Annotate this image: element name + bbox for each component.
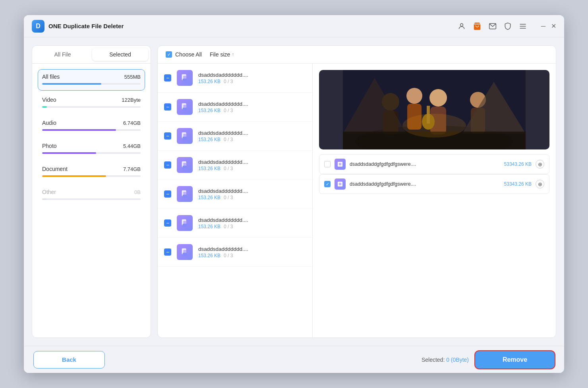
progress-bar-bg (42, 83, 141, 85)
remove-button[interactable]: Remove (475, 351, 555, 369)
file-count: 0 / 3 (224, 79, 233, 84)
file-count: 0 / 3 (224, 166, 233, 171)
file-name: dsaddsdaddddddd.... (198, 217, 306, 223)
file-count: 0 / 3 (224, 108, 233, 113)
dup-file-name: dsaddsdaddgfgdfgdfgswere.... (350, 181, 500, 187)
file-icon-wrapper (176, 243, 193, 261)
category-item-other[interactable]: Other 0B (38, 184, 145, 206)
minimize-button[interactable]: ─ (541, 23, 545, 30)
file-info: dsaddsdaddddddd.... 153.26 KB 0 / 3 (198, 101, 306, 113)
file-name: dsaddsdaddddddd.... (198, 188, 306, 194)
file-info: dsaddsdaddddddd.... 153.26 KB 0 / 3 (198, 72, 306, 84)
selected-info: Selected: 0 (0Byte) (422, 357, 469, 363)
progress-bar-bg (42, 106, 141, 108)
progress-bar-fill (42, 175, 106, 177)
minus-button[interactable] (164, 190, 171, 198)
progress-bar-fill (42, 198, 47, 200)
minus-button[interactable] (164, 74, 171, 81)
category-item-all-files[interactable]: All files 555MB (38, 69, 145, 91)
zoom-button[interactable]: ⊕ (536, 160, 544, 169)
file-count: 0 / 3 (224, 195, 233, 200)
file-icon-wrapper (176, 185, 193, 203)
back-button[interactable]: Back (33, 351, 105, 369)
dup-checkbox[interactable]: ✓ (324, 181, 331, 187)
category-size: 7.74GB (123, 166, 141, 172)
progress-bar-fill (42, 83, 101, 85)
file-icon (177, 99, 193, 115)
dup-file-size: 53343.26 KB (504, 161, 532, 167)
dup-checkbox[interactable] (324, 161, 331, 167)
tab-selected[interactable]: Selected (92, 48, 148, 61)
file-meta: 153.26 KB 0 / 3 (198, 253, 306, 258)
duplicate-item[interactable]: ✓ dsaddsdaddgfgdfgdfgswere.... 53343.26 … (319, 174, 549, 194)
svg-point-0 (460, 23, 463, 26)
file-icon (177, 128, 193, 144)
category-name: Other (42, 189, 56, 195)
file-size: 153.26 KB (198, 224, 220, 229)
file-size: 153.26 KB (198, 166, 220, 171)
category-name: Document (42, 166, 68, 172)
user-icon[interactable] (458, 22, 466, 30)
minus-button[interactable] (164, 219, 171, 227)
minus-button[interactable] (164, 161, 171, 169)
category-item-audio[interactable]: Audio 6.74GB (38, 115, 145, 137)
file-list-item[interactable]: dsaddsdaddddddd.... 153.26 KB 0 / 3 (158, 209, 312, 238)
file-list-item[interactable]: dsaddsdaddddddd.... 153.26 KB 0 / 3 (158, 238, 312, 267)
svg-rect-20 (183, 195, 187, 198)
file-size-sort[interactable]: File size ↑ (210, 51, 234, 58)
category-size: 6.74GB (123, 120, 141, 126)
file-list-item[interactable]: dsaddsdaddddddd.... 153.26 KB 0 / 3 (158, 180, 312, 209)
category-item-document[interactable]: Document 7.74GB (38, 161, 145, 183)
file-size: 153.26 KB (198, 79, 220, 84)
mail-icon[interactable] (489, 22, 497, 30)
panel-header: ✓ Choose All File size ↑ (158, 46, 556, 64)
bottom-bar: Back Selected: 0 (0Byte) Remove (24, 346, 564, 373)
file-meta: 153.26 KB 0 / 3 (198, 137, 306, 142)
file-info: dsaddsdaddddddd.... 153.26 KB 0 / 3 (198, 217, 306, 229)
cart-icon[interactable] (473, 22, 482, 31)
category-size: 555MB (124, 74, 141, 80)
tab-bar: All File Selected (32, 45, 151, 63)
category-item-photo[interactable]: Photo 5.44GB (38, 138, 145, 160)
svg-rect-46 (339, 183, 342, 186)
dup-file-icon (335, 178, 346, 190)
svg-point-31 (406, 88, 422, 104)
choose-all-checkbox[interactable]: ✓ (166, 51, 172, 58)
file-name: dsaddsdaddddddd.... (198, 130, 306, 136)
sort-arrow-icon: ↑ (232, 52, 234, 57)
file-size: 153.26 KB (198, 108, 220, 113)
close-button[interactable]: ✕ (551, 22, 556, 30)
file-list-item[interactable]: dsaddsdaddddddd.... 153.26 KB 0 / 3 (158, 151, 312, 180)
file-list-item[interactable]: dsaddsdaddddddd.... 153.26 KB 0 / 3 (158, 93, 312, 122)
category-item-video[interactable]: Video 122Byte (38, 92, 145, 114)
dup-file-name: dsaddsdaddgfgdfgdfgswere.... (350, 161, 500, 167)
svg-rect-11 (183, 108, 187, 111)
svg-point-42 (402, 114, 466, 138)
menu-icon[interactable] (519, 22, 527, 30)
svg-rect-14 (183, 137, 187, 140)
progress-bar-fill (42, 152, 96, 154)
app-title: ONE Duplicate File Deleter (48, 23, 124, 29)
choose-all-label[interactable]: ✓ Choose All (166, 51, 202, 58)
file-icon-wrapper (176, 69, 193, 87)
progress-bar-bg (42, 152, 141, 154)
file-icon-wrapper (176, 156, 193, 174)
zoom-button[interactable]: ⊕ (536, 180, 544, 188)
minus-button[interactable] (164, 132, 171, 140)
minus-button[interactable] (164, 248, 171, 256)
file-meta: 153.26 KB 0 / 3 (198, 195, 306, 200)
title-bar: D ONE Duplicate File Deleter ─ ✕ (24, 15, 564, 37)
left-panel: All File Selected All files 555MB Video … (32, 45, 151, 338)
minus-button[interactable] (164, 103, 171, 111)
dup-file-size: 53343.26 KB (504, 181, 532, 187)
category-name: Video (42, 97, 56, 103)
file-list-item[interactable]: dsaddsdaddddddd.... 153.26 KB 0 / 3 (158, 122, 312, 151)
shield-icon[interactable] (504, 22, 512, 30)
duplicate-item[interactable]: dsaddsdaddgfgdfgdfgswere.... 53343.26 KB… (319, 154, 549, 174)
category-size: 122Byte (122, 97, 141, 103)
split-area: dsaddsdaddddddd.... 153.26 KB 0 / 3 dsad… (158, 64, 556, 338)
file-list-item[interactable]: dsaddsdaddddddd.... 153.26 KB 0 / 3 (158, 64, 312, 93)
tab-all-file[interactable]: All File (35, 48, 91, 61)
svg-rect-44 (339, 163, 342, 166)
file-categories: All files 555MB Video 122Byte Audio 6.74… (32, 63, 151, 338)
